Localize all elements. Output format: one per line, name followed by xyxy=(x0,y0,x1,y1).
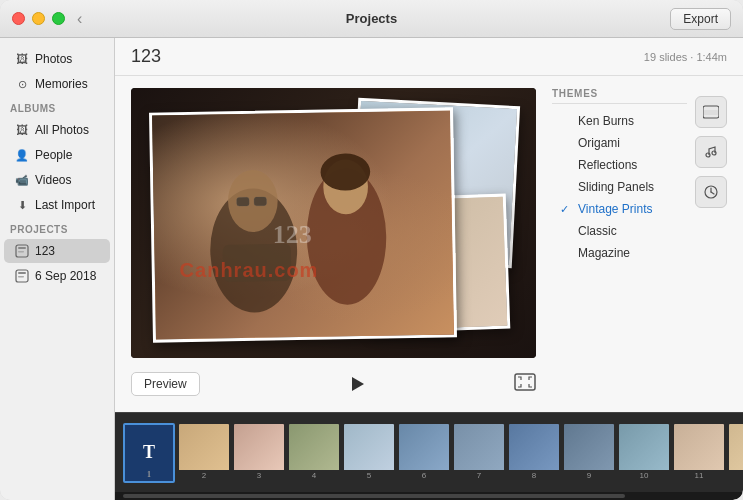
fullscreen-button[interactable] xyxy=(514,373,536,395)
thumb-num-7: 7 xyxy=(454,471,504,480)
svg-line-22 xyxy=(711,192,714,194)
project-123-icon xyxy=(14,243,30,259)
thumb-num-12: 12 xyxy=(729,471,743,480)
thumb-img-5 xyxy=(344,424,394,470)
thumb-img-7 xyxy=(454,424,504,470)
thumb-img-2 xyxy=(179,424,229,470)
filmstrip-scrollbar xyxy=(115,492,743,500)
thumb-num-4: 4 xyxy=(289,471,339,480)
people-icon: 👤 xyxy=(14,147,30,163)
theme-reflections[interactable]: Reflections xyxy=(552,154,687,176)
thumb-num-1: 1 xyxy=(125,470,173,479)
music-button[interactable] xyxy=(695,136,727,168)
watermark: Canhrau.com xyxy=(180,259,319,282)
svg-rect-17 xyxy=(704,110,718,115)
themes-header: THEMES xyxy=(552,88,687,99)
svg-point-19 xyxy=(712,151,716,155)
duration-button[interactable] xyxy=(695,176,727,208)
memories-icon: ⊙ xyxy=(14,76,30,92)
export-button[interactable]: Export xyxy=(670,8,731,30)
svg-rect-4 xyxy=(18,272,26,274)
preview-area: Canhrau.com 123 Preview xyxy=(115,76,743,412)
main-content: 🖼 Photos ⊙ Memories Albums 🖼 All Photos … xyxy=(0,38,743,500)
thumb-num-2: 2 xyxy=(179,471,229,480)
side-buttons xyxy=(695,96,727,208)
filmstrip-thumb-7[interactable]: 7 xyxy=(453,423,505,483)
theme-origami[interactable]: Origami xyxy=(552,132,687,154)
filmstrip-thumb-6[interactable]: 6 xyxy=(398,423,450,483)
filmstrip-thumb-4[interactable]: 4 xyxy=(288,423,340,483)
controls-bar: Preview xyxy=(131,368,536,400)
svg-rect-2 xyxy=(18,251,24,253)
content-area: 123 19 slides · 1:44m xyxy=(115,38,743,500)
theme-classic[interactable]: Classic xyxy=(552,220,687,242)
thumb-img-4 xyxy=(289,424,339,470)
thumb-num-8: 8 xyxy=(509,471,559,480)
slide-info: 19 slides · 1:44m xyxy=(644,51,727,63)
filmstrip-thumb-9[interactable]: 9 xyxy=(563,423,615,483)
svg-rect-13 xyxy=(254,197,267,206)
theme-sliding-panels[interactable]: Sliding Panels xyxy=(552,176,687,198)
photos-icon: 🖼 xyxy=(14,51,30,67)
all-photos-icon: 🖼 xyxy=(14,122,30,138)
albums-header: Albums xyxy=(0,97,114,117)
thumb-num-5: 5 xyxy=(344,471,394,480)
thumb-img-3 xyxy=(234,424,284,470)
themes-panel: THEMES Ken Burns Origami xyxy=(552,88,727,400)
filmstrip-thumb-1[interactable]: T 1 xyxy=(123,423,175,483)
filmstrip-thumb-11[interactable]: 11 xyxy=(673,423,725,483)
sidebar-item-last-import[interactable]: ⬇ Last Import xyxy=(4,193,110,217)
svg-marker-14 xyxy=(352,377,364,391)
theme-vintage-prints[interactable]: ✓ Vintage Prints xyxy=(552,198,687,220)
sidebar-item-people[interactable]: 👤 People xyxy=(4,143,110,167)
maximize-button[interactable] xyxy=(52,12,65,25)
svg-rect-12 xyxy=(237,197,250,206)
theme-check-5: ✓ xyxy=(560,203,574,216)
sidebar-item-videos[interactable]: 📹 Videos xyxy=(4,168,110,192)
thumb-num-6: 6 xyxy=(399,471,449,480)
collage: Canhrau.com 123 xyxy=(131,88,536,358)
project-title: 123 xyxy=(131,46,161,67)
thumb-num-3: 3 xyxy=(234,471,284,480)
window-title: Projects xyxy=(346,11,397,26)
videos-icon: 📹 xyxy=(14,172,30,188)
thumb-img-10 xyxy=(619,424,669,470)
filmstrip-thumb-5[interactable]: 5 xyxy=(343,423,395,483)
filmstrip-thumb-10[interactable]: 10 xyxy=(618,423,670,483)
sidebar: 🖼 Photos ⊙ Memories Albums 🖼 All Photos … xyxy=(0,38,115,500)
content-header: 123 19 slides · 1:44m xyxy=(115,38,743,76)
display-settings-button[interactable] xyxy=(695,96,727,128)
video-container: Canhrau.com 123 xyxy=(131,88,536,358)
theme-ken-burns[interactable]: Ken Burns xyxy=(552,110,687,132)
sidebar-item-photos[interactable]: 🖼 Photos xyxy=(4,47,110,71)
filmstrip-thumb-8[interactable]: 8 xyxy=(508,423,560,483)
minimize-button[interactable] xyxy=(32,12,45,25)
traffic-lights xyxy=(12,12,65,25)
svg-rect-1 xyxy=(18,247,26,249)
filmstrip: T 1 2 3 4 5 xyxy=(115,412,743,492)
play-button[interactable] xyxy=(347,374,367,394)
watermark-123: 123 xyxy=(273,220,312,250)
sidebar-item-memories[interactable]: ⊙ Memories xyxy=(4,72,110,96)
theme-magazine[interactable]: Magazine xyxy=(552,242,687,264)
filmstrip-thumb-3[interactable]: 3 xyxy=(233,423,285,483)
thumb-num-10: 10 xyxy=(619,471,669,480)
svg-point-18 xyxy=(706,153,710,157)
themes-list: Ken Burns Origami Reflections xyxy=(552,110,687,264)
last-import-icon: ⬇ xyxy=(14,197,30,213)
close-button[interactable] xyxy=(12,12,25,25)
filmstrip-thumb-2[interactable]: 2 xyxy=(178,423,230,483)
thumb-num-9: 9 xyxy=(564,471,614,480)
thumb-num-11: 11 xyxy=(674,471,724,480)
titlebar: ‹ Projects Export xyxy=(0,0,743,38)
project-6sep-icon xyxy=(14,268,30,284)
thumb-img-12 xyxy=(729,424,743,470)
filmstrip-thumb-12[interactable]: 12 xyxy=(728,423,743,483)
thumb-img-6 xyxy=(399,424,449,470)
sidebar-item-project-123[interactable]: 123 xyxy=(4,239,110,263)
back-button[interactable]: ‹ xyxy=(77,10,82,28)
svg-rect-15 xyxy=(515,374,535,390)
sidebar-item-all-photos[interactable]: 🖼 All Photos xyxy=(4,118,110,142)
sidebar-item-project-6sep[interactable]: 6 Sep 2018 xyxy=(4,264,110,288)
preview-button[interactable]: Preview xyxy=(131,372,200,396)
